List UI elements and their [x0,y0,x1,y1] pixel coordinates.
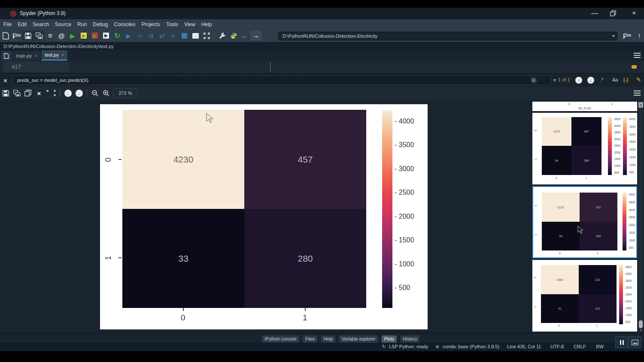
find-input[interactable]: preds_svc = model_svc.predict(X) × [13,75,551,85]
maximize-pane-button[interactable] [201,30,212,41]
forward-button[interactable]: → [250,31,261,40]
next-plot-button[interactable]: → [73,88,85,98]
tick-label: 1000 [624,314,632,317]
menu-item-edit[interactable]: Edit [18,21,27,27]
find-next-button[interactable]: ↓ [587,77,594,84]
heatmap-cell-1-1: 280 [244,209,366,308]
thumbnail-partial[interactable]: 0 1 NK_FLAG [532,102,637,111]
plot-copy-button[interactable] [22,88,33,98]
step-over-button[interactable]: ↪ [134,30,145,41]
continue-button[interactable]: » [167,30,179,41]
zoom-in-button[interactable] [100,88,112,98]
menu-item-help[interactable]: Help [201,21,212,27]
run-selection-button[interactable]: ▶ [100,30,112,41]
regex-toggle[interactable]: .* [600,77,603,82]
thumbnail-plot-2-selected[interactable]: 0 1 4230 457 33 280 0 1 4000350030002500… [532,186,637,258]
close-button[interactable]: × [629,9,640,16]
run-cell-advance-button[interactable]: ▶ [89,30,100,41]
minimize-button[interactable]: — [589,9,600,17]
find-history-caret[interactable] [553,79,556,81]
thumbnail-plot-3[interactable]: 0 1 4585 102 91 222 0 1 4500400035003000… [532,260,637,332]
tick-label: 4000 [627,193,635,196]
scrollbar-thumb[interactable] [639,320,643,328]
preferences-button[interactable] [217,30,228,41]
editor-pane[interactable]: 417 [0,60,644,74]
cwd-dropdown-caret[interactable] [612,35,615,37]
main-figure[interactable]: 4230 457 33 280 0 1 0 1 4000350030002500… [100,104,428,329]
zoom-out-button[interactable] [89,88,100,98]
pane-tab-history[interactable]: History [401,335,420,343]
exit-debug-button[interactable]: → [190,30,201,41]
lsp-status-icon: ↻ [382,344,386,350]
plot-remove-button[interactable]: × [33,88,45,98]
plots-options-menu-button[interactable] [634,90,641,96]
menu-item-view[interactable]: View [184,21,195,27]
menu-item-source[interactable]: Source [55,21,71,27]
tab-close-icon[interactable]: × [61,52,64,57]
find-symbols-button[interactable]: @ [56,30,67,41]
tab-train-py[interactable]: train.py× [13,51,41,60]
previous-plot-button[interactable]: ← [62,88,73,98]
stop-debug-button[interactable] [179,30,190,41]
tab-options-menu-button[interactable] [634,53,641,58]
find-clear-icon[interactable]: × [531,77,537,83]
x-tick-mark [183,308,184,311]
rerun-cell-button[interactable]: ↻ [112,30,123,41]
parent-directory-button[interactable]: ↑ [634,30,644,41]
menu-item-file[interactable]: File [3,21,12,27]
run-file-button[interactable]: ▶ [67,30,78,41]
replace-pencil-icon[interactable]: ✎ [636,76,641,83]
menu-item-consoles[interactable]: Consoles [114,21,135,27]
pane-tab-variable-explorer[interactable]: Variable explorer [339,335,378,343]
thumbnail-plot-1[interactable]: 0 1 4399 487 94 289 0 1 4500400035003000… [532,113,637,184]
scroll-position-marker [632,65,637,69]
plot-save-all-button[interactable] [11,88,22,98]
tab-test-py[interactable]: test.py× [42,50,68,60]
scrollbar-up-arrow[interactable]: ▲ [638,102,643,108]
back-button[interactable]: ← [239,30,250,41]
pause-updates-button[interactable] [615,336,628,348]
menu-item-projects[interactable]: Projects [142,21,160,27]
interpreter-status[interactable]: conda: base (Python 3.8.5) [443,344,499,349]
step-into-button[interactable]: ⇉ [145,30,156,41]
zoom-level-field[interactable]: 272 % [113,89,137,98]
menu-item-debug[interactable]: Debug [93,21,108,27]
menu-item-tools[interactable]: Tools [166,21,178,27]
restore-button[interactable] [610,10,616,16]
save-button[interactable] [22,30,33,41]
menu-item-search[interactable]: Search [33,21,49,27]
working-directory-field[interactable]: D:\PythonRUN\Collusion-Detection-Electri… [278,32,617,40]
menu-item-run[interactable]: Run [77,21,87,27]
image-icon [632,340,638,345]
run-cell-button[interactable]: ▶ [78,30,89,41]
tick-label: 2500 [628,141,635,144]
step-return-button[interactable]: ⇄ [156,30,167,41]
pane-tab-help[interactable]: Help [321,335,336,343]
pane-tab-bar: IPython console Files Help Variable expl… [0,333,644,343]
outline-explorer-button[interactable]: ≡ [45,30,56,41]
plot-remove-all-button[interactable]: × × × [45,88,58,98]
pane-tab-plots[interactable]: Plots [382,335,397,343]
find-close-button[interactable]: × [3,77,7,84]
pane-tab-files[interactable]: Files [303,335,317,343]
scrollbar-down-arrow[interactable]: ▼ [638,328,643,332]
save-all-button[interactable] [33,30,45,41]
tick-label: 3500 [627,201,635,204]
whole-word-toggle[interactable]: [-] [623,77,628,82]
tab-close-icon[interactable]: × [34,53,37,58]
tick-label: 1000 [613,165,620,168]
thumbnails-scrollbar[interactable]: ▲ ▼ [638,102,643,332]
browse-tabs-button[interactable] [1,51,12,60]
plot-save-button[interactable] [0,88,11,98]
case-toggle[interactable]: Aa [612,77,618,82]
tick-label: 4000 [395,118,414,125]
debug-file-button[interactable]: ▶ [123,30,134,41]
new-file-button[interactable] [0,30,11,41]
pane-tab-ipython-console[interactable]: IPython console [262,335,299,343]
browse-directory-button[interactable] [622,30,633,41]
pythonpath-button[interactable] [228,30,239,41]
show-plot-button[interactable] [629,336,641,348]
find-previous-button[interactable]: ↑ [575,77,582,84]
mouse-cursor [206,113,213,123]
open-file-button[interactable] [11,30,22,41]
